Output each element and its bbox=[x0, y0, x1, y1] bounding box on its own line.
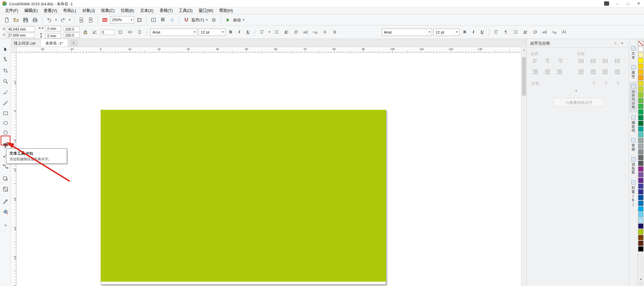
color-swatch[interactable] bbox=[638, 115, 643, 120]
artistic-media-tool[interactable] bbox=[1, 99, 10, 107]
bold-button-a[interactable]: B bbox=[227, 28, 234, 36]
no-outline-button[interactable]: O bbox=[292, 28, 300, 36]
size-combo-a-arrow-icon[interactable]: ▼ bbox=[220, 29, 225, 36]
align-top-button[interactable] bbox=[530, 67, 541, 76]
color-swatch[interactable] bbox=[638, 201, 643, 206]
docker-tab-6[interactable]: 调色板 bbox=[629, 155, 637, 178]
menu-item-2[interactable]: 编辑(E) bbox=[21, 7, 41, 14]
menu-item-8[interactable]: 文本(X) bbox=[137, 7, 157, 14]
publish-pdf-icon[interactable]: PDF bbox=[101, 16, 109, 24]
save-icon[interactable] bbox=[21, 16, 30, 24]
color-swatch[interactable] bbox=[638, 161, 643, 166]
maximize-button[interactable]: □ bbox=[623, 0, 633, 7]
doc-tab-2-active[interactable]: 未命名 -1* bbox=[40, 39, 68, 47]
color-swatch[interactable] bbox=[638, 64, 643, 69]
mirror-horizontal-icon[interactable] bbox=[126, 28, 134, 36]
interactive-text-icon[interactable]: A bbox=[560, 28, 568, 36]
menu-item-10[interactable]: 工具(O) bbox=[176, 7, 196, 14]
new-tab-button[interactable]: + bbox=[70, 40, 77, 46]
color-swatch[interactable] bbox=[638, 144, 643, 149]
color-swatch[interactable] bbox=[638, 52, 643, 57]
green-rectangle-object[interactable] bbox=[101, 110, 386, 282]
distribute-5-button[interactable] bbox=[576, 67, 586, 76]
align-left-button[interactable] bbox=[530, 56, 541, 65]
color-swatch[interactable] bbox=[638, 178, 643, 183]
freehand-tool[interactable] bbox=[1, 88, 10, 97]
color-swatch[interactable] bbox=[638, 104, 643, 109]
zoom-combo-arrow-icon[interactable]: ▼ bbox=[129, 16, 134, 23]
launch-icon[interactable] bbox=[224, 16, 232, 24]
rotation-angle-input[interactable]: 0 bbox=[101, 30, 115, 35]
docker-tab-4[interactable]: 辅助线 bbox=[629, 113, 637, 136]
underline-button-a[interactable]: U bbox=[244, 28, 252, 36]
menu-item-4[interactable]: 布局(L) bbox=[60, 7, 79, 14]
paragraph-marks-icon[interactable]: ¶ bbox=[502, 28, 510, 36]
color-swatch[interactable] bbox=[638, 47, 643, 52]
lock-ratio-icon[interactable] bbox=[81, 28, 90, 36]
color-swatch[interactable] bbox=[638, 149, 643, 154]
menu-item-7[interactable]: 位图(B) bbox=[118, 7, 137, 14]
color-swatch[interactable] bbox=[638, 98, 643, 103]
drop-shadow-tool[interactable] bbox=[1, 175, 10, 183]
align-to-pixel-grid-button[interactable]: 与像素网格对齐 bbox=[553, 98, 604, 106]
distribute-8-button[interactable] bbox=[612, 67, 623, 76]
horizontal-ruler[interactable]: -20-100102030405060708090100110120130 bbox=[16, 47, 521, 53]
color-swatch[interactable] bbox=[638, 69, 643, 75]
polygon-tool[interactable] bbox=[1, 129, 10, 137]
font-combo-a-arrow-icon[interactable]: ▼ bbox=[192, 29, 197, 36]
show-guidelines-icon[interactable] bbox=[168, 16, 176, 24]
snap-icon[interactable] bbox=[182, 16, 191, 24]
color-swatch[interactable] bbox=[638, 229, 643, 234]
drop-cap-icon[interactable]: A bbox=[282, 28, 290, 36]
menu-item-9[interactable]: 表格(T) bbox=[157, 7, 176, 14]
undo-icon[interactable] bbox=[45, 16, 53, 24]
text-properties-icon-b[interactable]: A bbox=[550, 28, 558, 36]
palette-expand-icon[interactable]: ⋯ bbox=[640, 282, 642, 285]
italic-button-b[interactable]: I bbox=[470, 28, 477, 36]
text-tool[interactable]: 字 bbox=[1, 141, 10, 149]
color-swatch[interactable] bbox=[638, 87, 643, 92]
menu-item-6[interactable]: 效果(C) bbox=[98, 7, 118, 14]
object-x-input[interactable]: 45.043 mm bbox=[7, 27, 35, 32]
text-align-bbox-button[interactable]: A bbox=[613, 79, 624, 87]
add-preset-icon[interactable] bbox=[321, 28, 329, 36]
distribute-1-button[interactable] bbox=[576, 56, 586, 65]
object-width-input[interactable]: .0 mm bbox=[45, 26, 61, 31]
import-icon[interactable] bbox=[77, 16, 86, 24]
snap-dropdown-icon[interactable]: ▼ bbox=[205, 18, 209, 21]
docker-close-icon[interactable]: ✕ bbox=[619, 40, 626, 47]
rectangle-tool[interactable] bbox=[1, 109, 10, 117]
distribute-4-button[interactable] bbox=[612, 56, 623, 65]
menu-item-3[interactable]: 查看(V) bbox=[41, 7, 60, 14]
drawing-canvas[interactable] bbox=[16, 53, 521, 286]
docker-tab-1[interactable]: 文本 bbox=[629, 44, 637, 63]
color-swatch[interactable] bbox=[638, 206, 643, 211]
color-swatch[interactable] bbox=[638, 75, 643, 80]
doc-tab-1[interactable]: 线上问诊.cdr bbox=[9, 39, 41, 47]
bulleted-list-icon[interactable] bbox=[272, 28, 281, 36]
align-center-v-button[interactable] bbox=[542, 67, 553, 76]
show-grid-icon[interactable] bbox=[159, 16, 167, 24]
color-swatch[interactable] bbox=[638, 189, 643, 194]
options-gear-icon[interactable] bbox=[210, 16, 218, 24]
color-swatch[interactable] bbox=[638, 195, 643, 200]
font-combo-b-arrow-icon[interactable]: ▼ bbox=[427, 29, 432, 36]
fullscreen-preview-icon[interactable] bbox=[149, 16, 158, 24]
distribute-7-button[interactable] bbox=[600, 67, 610, 76]
distribute-2-button[interactable] bbox=[588, 56, 598, 65]
text-align-baseline-button[interactable]: A bbox=[601, 79, 612, 87]
no-color-swatch[interactable] bbox=[638, 41, 643, 46]
color-swatch[interactable] bbox=[638, 218, 643, 223]
redo-dropdown[interactable]: ▼ bbox=[68, 18, 71, 21]
text-alignment-icon[interactable] bbox=[258, 28, 266, 36]
color-swatch[interactable] bbox=[638, 121, 643, 126]
color-eyedropper-tool[interactable] bbox=[1, 197, 10, 206]
font-list-combo-a[interactable]: Arial ▼ bbox=[150, 29, 197, 36]
launch-label[interactable]: 启动 bbox=[233, 17, 241, 22]
color-swatch[interactable] bbox=[638, 92, 643, 97]
minimize-button[interactable]: – bbox=[612, 0, 623, 7]
alignment-dropdown-icon[interactable]: ▼ bbox=[268, 31, 271, 34]
docker-tab-2[interactable]: 属性 bbox=[629, 63, 637, 82]
color-swatch[interactable] bbox=[638, 241, 643, 246]
drop-cap-icon-b[interactable]: A bbox=[521, 28, 530, 36]
